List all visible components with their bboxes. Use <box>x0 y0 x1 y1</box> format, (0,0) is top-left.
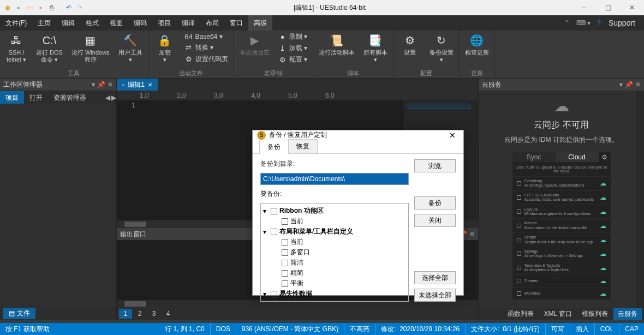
editor-tab[interactable]: ▫ 编辑1 ✕ <box>117 79 158 91</box>
dialog-close-icon[interactable]: ✕ <box>446 131 459 140</box>
undo-icon[interactable]: ↶ <box>64 3 73 12</box>
status-encoding[interactable]: 936 (ANSI/OEM - 简体中文 GBK) <box>236 323 344 335</box>
panel-menu-icon[interactable]: ▾ <box>92 81 95 88</box>
menu-4[interactable]: 视图 <box>104 15 128 31</box>
menu-6[interactable]: 项目 <box>152 15 176 31</box>
configure-macro-button[interactable]: ⚙配置 ▾ <box>276 55 309 65</box>
support-link[interactable]: Support <box>604 19 640 27</box>
status-lineend[interactable]: DOS <box>211 323 236 335</box>
output-tab-3[interactable]: 3 <box>147 309 160 319</box>
files-tab[interactable]: ▤ 文件 <box>3 308 35 319</box>
output-tab-1[interactable]: 1 <box>119 309 132 319</box>
checkbox-icon[interactable] <box>271 208 277 214</box>
cloud-item-4[interactable]: ScriptsScripts listed in the drop down i… <box>512 232 611 247</box>
cloud-item-2[interactable]: LayoutsWindow arrangements & configurati… <box>512 205 611 219</box>
backup-items-tree[interactable]: ▾Ribbon 功能区当前▾布局和菜单/工具栏自定义当前多窗口简洁精简平衡▾易失… <box>260 203 409 302</box>
tab-close-icon[interactable]: ✕ <box>148 82 152 88</box>
cloud-item-7[interactable]: Themes☁ <box>512 274 611 287</box>
dialog-tab-restore[interactable]: 恢复 <box>288 139 318 153</box>
menu-8[interactable]: 布局 <box>200 15 224 31</box>
base64-button[interactable]: 64Base64 ▾ <box>182 32 230 41</box>
run-windows-button[interactable]: ▦运行 Windows 程序 <box>69 32 112 64</box>
cloud-item-1[interactable]: FTP / SSH AccountsAccounts, hosts, user … <box>512 190 611 205</box>
menu-7[interactable]: 编译 <box>176 15 200 31</box>
workspace-tab-2[interactable]: 资源管理器 <box>48 91 92 104</box>
run-dos-button[interactable]: C:\运行 DOS 命令 ▾ <box>34 32 65 64</box>
checkbox-icon[interactable] <box>282 249 288 256</box>
checkbox-icon[interactable] <box>517 279 521 283</box>
menu-9[interactable]: 窗口 <box>224 15 248 31</box>
checkbox-icon[interactable] <box>517 195 521 200</box>
checkbox-icon[interactable] <box>517 224 521 228</box>
close-button[interactable]: ✕ <box>620 0 644 15</box>
tree-node[interactable]: 当前 <box>263 237 406 247</box>
checkbox-icon[interactable] <box>282 218 288 225</box>
checkbox-icon[interactable] <box>282 260 288 266</box>
open-folder-icon[interactable]: ▭ <box>25 3 34 12</box>
tree-node[interactable]: ▾易失性数据 <box>263 289 406 299</box>
checkbox-icon[interactable] <box>271 291 277 297</box>
checkbox-icon[interactable] <box>517 291 521 296</box>
tree-expand-icon[interactable]: ▾ <box>263 228 269 236</box>
status-insert[interactable]: 插入 <box>570 323 595 335</box>
deselect-all-button[interactable]: 未选择全部 <box>414 289 456 302</box>
help-icon[interactable]: ? <box>597 19 601 27</box>
maximize-button[interactable]: ▢ <box>596 0 620 15</box>
tree-node[interactable]: 当前 <box>263 216 406 226</box>
browse-button[interactable]: 浏览 <box>414 159 456 172</box>
tree-node[interactable]: 多窗口 <box>263 247 406 258</box>
tree-node[interactable]: 平衡 <box>263 278 406 289</box>
gear-icon[interactable]: ⚙ <box>599 152 611 162</box>
tree-node[interactable]: 精简 <box>263 268 406 278</box>
menu-1[interactable]: 主页 <box>32 15 56 31</box>
menu-2[interactable]: 编辑 <box>56 15 80 31</box>
status-col[interactable]: COL <box>595 323 620 335</box>
tree-node[interactable]: ▾Ribbon 功能区 <box>263 206 406 216</box>
menu-3[interactable]: 格式 <box>80 15 104 31</box>
cloud-item-0[interactable]: EverythingAll settings, layouts, customi… <box>512 176 611 190</box>
cloud-cloud-tab[interactable]: Cloud <box>556 152 599 162</box>
record-button[interactable]: ●录制 ▾ <box>276 32 309 42</box>
all-scripts-button[interactable]: 📑所有脚本 ▾ <box>361 32 390 64</box>
checkbox-icon[interactable] <box>271 229 277 235</box>
tab-prev-icon[interactable]: ◀ <box>105 94 110 101</box>
right-tab-0[interactable]: 函数列表 <box>503 308 538 320</box>
tree-node[interactable]: ▾布局和菜单/工具栏自定义 <box>263 226 406 237</box>
panel-close-icon[interactable]: ✕ <box>469 230 475 238</box>
status-cap[interactable]: CAP <box>619 323 644 335</box>
new-file-icon[interactable]: ▫ <box>14 3 23 12</box>
right-tab-2[interactable]: 模板列表 <box>577 308 612 320</box>
backup-settings-button[interactable]: ↻备份设置 ▾ <box>427 32 456 64</box>
menu-10[interactable]: 高级 <box>248 15 272 31</box>
backup-dir-input[interactable] <box>260 173 409 185</box>
panel-close-icon[interactable]: ✕ <box>108 81 113 88</box>
encrypt-button[interactable]: 🔒加密 ▾ <box>152 32 178 64</box>
dialog-tab-backup[interactable]: 备份 <box>259 140 289 154</box>
tree-expand-icon[interactable]: ▾ <box>263 290 269 298</box>
right-tab-3[interactable]: 云服务 <box>613 308 642 320</box>
set-codepage-button[interactable]: ⚙设置代码页 <box>182 54 230 64</box>
workspace-tab-1[interactable]: 打开 <box>24 91 48 104</box>
checkbox-icon[interactable] <box>517 210 521 214</box>
cloud-item-3[interactable]: MacrosMacro stored in the default macro … <box>512 218 611 232</box>
checkbox-icon[interactable] <box>517 181 521 186</box>
checkbox-icon[interactable] <box>517 252 521 256</box>
menu-5[interactable]: 编码 <box>128 15 152 31</box>
cloud-sync-tab[interactable]: Sync <box>512 152 556 162</box>
convert-button[interactable]: ⇄转换 ▾ <box>182 43 230 53</box>
right-scrollbar[interactable] <box>636 91 644 308</box>
cloud-item-6[interactable]: Templates & TagListsAll templates & tagl… <box>512 261 611 275</box>
redo-icon[interactable]: ↷ <box>75 3 84 12</box>
backup-button[interactable]: 备份 <box>414 196 456 210</box>
checkbox-icon[interactable] <box>517 238 521 242</box>
print-icon[interactable]: ⎙ <box>47 3 56 12</box>
cloud-item-8[interactable]: Wordfiles☁ <box>512 287 611 300</box>
run-active-script-button[interactable]: 📜运行活动脚本 <box>317 32 357 57</box>
checkbox-icon[interactable] <box>282 280 288 287</box>
settings-button[interactable]: ⚙设置 <box>397 32 423 57</box>
load-button[interactable]: ⤓加载 ▾ <box>276 43 309 53</box>
cloud-item-5[interactable]: SettingsAll settings in Advanced > Setti… <box>512 247 611 261</box>
collapse-ribbon-icon[interactable]: ⌃ <box>564 19 570 27</box>
workspace-tab-0[interactable]: 项目 <box>0 91 24 104</box>
minimize-button[interactable]: ─ <box>572 0 596 15</box>
